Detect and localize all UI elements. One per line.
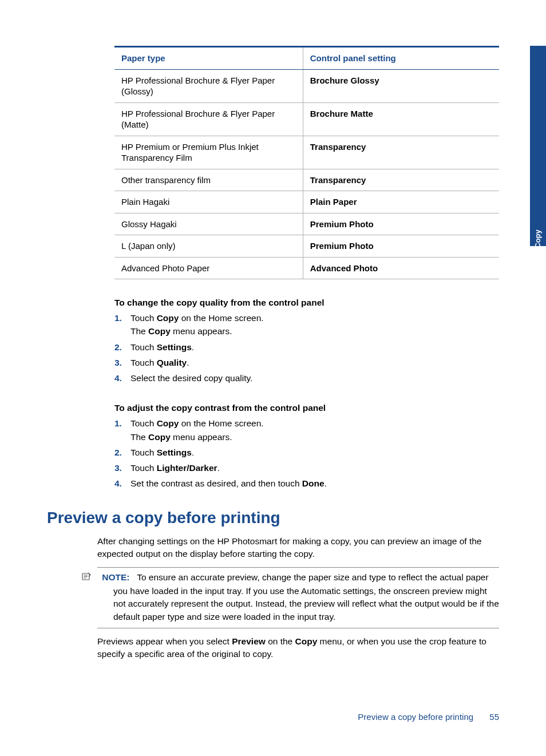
ordered-list-quality: 1. Touch Copy on the Home screen. The Co…: [114, 311, 499, 385]
step-text: Touch: [130, 448, 157, 457]
list-number: 3.: [114, 461, 130, 474]
preview-para-1: After changing settings on the HP Photos…: [97, 535, 499, 561]
cell-paper-type: HP Professional Brochure & Flyer Paper (…: [114, 102, 303, 136]
step-text: Touch: [130, 358, 157, 367]
footer-page-number: 55: [489, 712, 499, 722]
table-row: Glossy HagakiPremium Photo: [114, 213, 499, 235]
step-text: Touch: [130, 342, 157, 352]
step-text: menu appears.: [171, 326, 232, 336]
cell-setting: Plain Paper: [303, 191, 499, 213]
cell-setting: Premium Photo: [303, 235, 499, 258]
cell-paper-type: HP Professional Brochure & Flyer Paper (…: [114, 69, 303, 102]
step-text: Set the contrast as desired, and then to…: [130, 478, 302, 488]
table-header-paper-type: Paper type: [114, 47, 303, 70]
para-text: Previews appear when you select: [97, 636, 232, 646]
list-number: 4.: [114, 477, 130, 490]
step-text: .: [187, 358, 189, 367]
section-heading-contrast: To adjust the copy contrast from the con…: [114, 403, 499, 413]
cell-setting: Brochure Glossy: [303, 69, 499, 102]
list-number: 3.: [114, 356, 130, 369]
table-row: HP Premium or Premium Plus Inkjet Transp…: [114, 136, 499, 169]
step-bold: Lighter/Darker: [157, 463, 217, 473]
cell-setting: Transparency: [303, 169, 499, 191]
page-footer: Preview a copy before printing 55: [358, 712, 499, 722]
section-heading-quality: To change the copy quality from the cont…: [114, 298, 499, 308]
cell-paper-type: L (Japan only): [114, 235, 303, 258]
list-body: Touch Copy on the Home screen. The Copy …: [130, 417, 499, 444]
cell-paper-type: Advanced Photo Paper: [114, 257, 303, 279]
table-row: Plain HagakiPlain Paper: [114, 191, 499, 213]
list-body: Touch Quality.: [130, 356, 499, 369]
list-number: 1.: [114, 311, 130, 338]
cell-paper-type: HP Premium or Premium Plus Inkjet Transp…: [114, 136, 303, 169]
step-bold: Settings: [157, 448, 192, 457]
footer-section-title: Preview a copy before printing: [358, 712, 473, 722]
para-text: on the: [266, 636, 295, 646]
step-bold: Copy: [148, 432, 171, 442]
note-body: To ensure an accurate preview, change th…: [113, 572, 499, 621]
step-bold: Copy: [148, 326, 171, 336]
cell-setting: Transparency: [303, 136, 499, 169]
note-label: NOTE:: [102, 572, 129, 582]
list-body: Touch Lighter/Darker.: [130, 461, 499, 474]
step-text: The: [130, 432, 148, 442]
step-text: .: [192, 448, 194, 457]
list-body: Set the contrast as desired, and then to…: [130, 477, 499, 490]
ordered-list-contrast: 1. Touch Copy on the Home screen. The Co…: [114, 417, 499, 490]
cell-setting: Advanced Photo: [303, 257, 499, 279]
cell-setting: Premium Photo: [303, 213, 499, 235]
page-heading-preview: Preview a copy before printing: [47, 509, 499, 527]
table-row: HP Professional Brochure & Flyer Paper (…: [114, 102, 499, 136]
side-tab: Copy: [530, 46, 546, 246]
cell-paper-type: Other transparency film: [114, 169, 303, 191]
table-row: L (Japan only)Premium Photo: [114, 235, 499, 258]
list-number: 2.: [114, 341, 130, 354]
preview-para-2: Previews appear when you select Preview …: [97, 635, 499, 661]
cell-setting: Brochure Matte: [303, 102, 499, 136]
step-text: Touch: [130, 313, 157, 323]
step-text: on the Home screen.: [179, 313, 263, 323]
paper-type-table: Paper type Control panel setting HP Prof…: [114, 46, 499, 279]
step-text: .: [217, 463, 220, 473]
list-item: 4. Set the contrast as desired, and then…: [114, 477, 499, 490]
list-body: Select the desired copy quality.: [130, 371, 499, 385]
list-item: 2. Touch Settings.: [114, 446, 499, 459]
list-number: 1.: [114, 417, 130, 444]
step-text: The: [130, 326, 148, 336]
step-text: menu appears.: [171, 432, 232, 442]
step-bold: Copy: [157, 313, 179, 323]
list-item: 1. Touch Copy on the Home screen. The Co…: [114, 417, 499, 444]
cell-paper-type: Glossy Hagaki: [114, 213, 303, 235]
list-item: 1. Touch Copy on the Home screen. The Co…: [114, 311, 499, 338]
side-tab-label: Copy: [533, 229, 541, 248]
list-item: 3. Touch Quality.: [114, 356, 499, 369]
step-text: on the Home screen.: [179, 418, 263, 428]
list-item: 3. Touch Lighter/Darker.: [114, 461, 499, 474]
para-bold: Preview: [232, 636, 266, 646]
cell-paper-type: Plain Hagaki: [114, 191, 303, 213]
table-row: Other transparency filmTransparency: [114, 169, 499, 191]
table-header-control-panel: Control panel setting: [303, 47, 499, 70]
note-box: NOTE: To ensure an accurate preview, cha…: [97, 567, 499, 628]
table-row: Advanced Photo PaperAdvanced Photo: [114, 257, 499, 279]
step-text: .: [325, 478, 327, 488]
list-item: 2. Touch Settings.: [114, 341, 499, 354]
list-number: 4.: [114, 371, 130, 385]
list-body: Touch Settings.: [130, 446, 499, 459]
step-text: .: [192, 342, 194, 352]
step-bold: Done: [302, 478, 325, 488]
list-body: Touch Settings.: [130, 341, 499, 354]
list-number: 2.: [114, 446, 130, 459]
step-bold: Quality: [157, 358, 187, 367]
list-body: Touch Copy on the Home screen. The Copy …: [130, 311, 499, 338]
para-bold: Copy: [295, 636, 318, 646]
step-text: Touch: [130, 463, 157, 473]
step-bold: Settings: [157, 342, 192, 352]
list-item: 4. Select the desired copy quality.: [114, 371, 499, 385]
step-text: Touch: [130, 418, 157, 428]
table-row: HP Professional Brochure & Flyer Paper (…: [114, 69, 499, 102]
step-bold: Copy: [157, 418, 179, 428]
